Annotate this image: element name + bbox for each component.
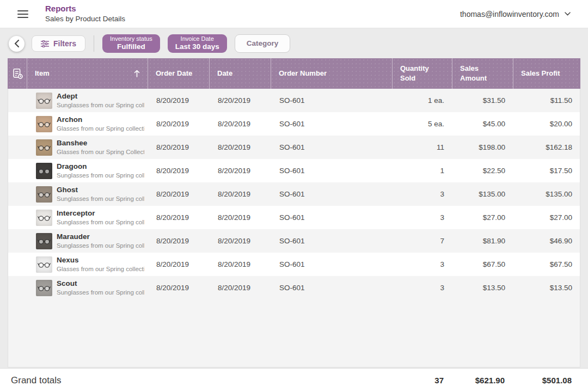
item-cell: Scout Sunglasses from our Spring coll... xyxy=(28,276,149,299)
column-header-label: Order Number xyxy=(279,69,327,78)
product-thumbnail xyxy=(36,280,52,296)
item-text: Nexus Glasses from our Spring collecti..… xyxy=(57,255,144,273)
toolbar-divider xyxy=(94,35,94,52)
glasses-icon xyxy=(38,121,51,127)
item-cell: Interceptor Sunglasses from our Spring c… xyxy=(28,206,149,229)
sales-amount-cell: $27.00 xyxy=(453,206,514,229)
filter-chip-category[interactable]: Category xyxy=(235,34,291,53)
item-name: Adept xyxy=(57,91,144,101)
item-text: Adept Sunglasses from our Spring coll... xyxy=(57,91,144,109)
table-row[interactable]: Dragoon Sunglasses from our Spring coll.… xyxy=(8,159,580,182)
table-row[interactable]: Marauder Sunglasses from our Spring coll… xyxy=(8,229,580,253)
row-leading-cell xyxy=(8,159,28,182)
account-menu-button[interactable]: thomas@inflowinventory.com xyxy=(460,10,571,19)
row-leading-cell xyxy=(8,229,28,253)
item-name: Scout xyxy=(57,279,144,289)
sales-profit-cell: $46.90 xyxy=(514,229,581,253)
item-name: Marauder xyxy=(57,232,144,242)
chip-field-label: Category xyxy=(247,39,279,48)
item-description: Sunglasses from our Spring coll... xyxy=(57,101,144,109)
filter-chip-invoice-date[interactable]: Invoice Date Last 30 days xyxy=(168,34,227,53)
item-description: Glasses from our Spring collecti... xyxy=(57,265,144,273)
sales-profit-cell: $162.18 xyxy=(514,136,581,159)
order-number-cell: SO-601 xyxy=(272,112,393,136)
item-cell: Adept Sunglasses from our Spring coll... xyxy=(28,89,149,112)
item-description: Glasses from our Spring collecti... xyxy=(57,125,144,133)
date-cell: 8/20/2019 xyxy=(210,253,272,276)
sales-profit-cell: $27.00 xyxy=(514,206,581,229)
table-options-header[interactable] xyxy=(8,58,27,89)
date-cell: 8/20/2019 xyxy=(210,276,272,299)
glasses-icon xyxy=(38,215,51,221)
date-cell: 8/20/2019 xyxy=(210,229,272,253)
table-row[interactable]: Archon Glasses from our Spring collecti.… xyxy=(8,112,580,136)
order-number-cell: SO-601 xyxy=(272,89,393,112)
column-header-date[interactable]: Date xyxy=(210,58,271,89)
product-thumbnail xyxy=(36,139,52,156)
quantity-sold-cell: 7 xyxy=(393,229,453,253)
item-name: Interceptor xyxy=(57,209,144,218)
row-leading-cell xyxy=(8,276,28,299)
item-name: Ghost xyxy=(57,185,144,195)
item-cell: Ghost Sunglasses from our Spring coll... xyxy=(28,182,149,206)
sales-profit-cell: $17.50 xyxy=(514,159,581,182)
column-header-sales-profit[interactable]: Sales Profit xyxy=(513,58,580,89)
sales-amount-cell: $13.50 xyxy=(453,276,514,299)
column-header-item[interactable]: Item xyxy=(27,58,148,89)
quantity-sold-cell: 1 ea. xyxy=(393,89,453,112)
order-date-cell: 8/20/2019 xyxy=(149,253,210,276)
filters-button[interactable]: Filters xyxy=(32,35,85,52)
grand-totals-label: Grand totals xyxy=(11,375,393,386)
order-date-cell: 8/20/2019 xyxy=(149,89,210,112)
column-header-quantity-sold[interactable]: Quantity Sold xyxy=(393,58,452,89)
page-title: Reports xyxy=(45,4,125,14)
order-number-cell: SO-601 xyxy=(272,159,393,182)
glasses-icon xyxy=(38,261,51,268)
grand-total-sales-profit: $501.08 xyxy=(513,376,580,385)
sales-amount-cell: $135.00 xyxy=(453,182,514,206)
back-button[interactable] xyxy=(9,36,24,52)
chip-field-label: Invoice Date xyxy=(181,35,214,43)
grand-total-quantity-sold: 37 xyxy=(393,376,452,385)
row-leading-cell xyxy=(8,253,28,276)
filter-toolbar: Filters Inventory status Fulfilled Invoi… xyxy=(0,28,588,59)
row-leading-cell xyxy=(8,182,28,206)
account-email: thomas@inflowinventory.com xyxy=(460,10,559,19)
order-date-cell: 8/20/2019 xyxy=(149,136,210,159)
product-thumbnail xyxy=(36,116,52,132)
order-date-cell: 8/20/2019 xyxy=(149,182,210,206)
order-date-cell: 8/20/2019 xyxy=(149,112,210,136)
filter-chip-inventory-status[interactable]: Inventory status Fulfilled xyxy=(102,34,160,53)
column-header-order-number[interactable]: Order Number xyxy=(271,58,393,89)
column-header-label: Date xyxy=(217,69,232,78)
date-cell: 8/20/2019 xyxy=(210,112,272,136)
row-leading-cell xyxy=(8,112,28,136)
column-header-order-date[interactable]: Order Date xyxy=(148,58,210,89)
item-cell: Nexus Glasses from our Spring collecti..… xyxy=(28,253,149,276)
quantity-sold-cell: 3 xyxy=(393,253,453,276)
sales-amount-cell: $45.00 xyxy=(453,112,514,136)
column-header-label: Sales Amount xyxy=(460,64,505,83)
table-row[interactable]: Banshee Glasses from our Spring Collect.… xyxy=(8,136,580,159)
menu-button[interactable] xyxy=(16,8,29,21)
product-thumbnail xyxy=(36,186,52,203)
grand-totals-row: Grand totals 37 $621.90 $501.08 xyxy=(0,368,588,392)
table-row[interactable]: Interceptor Sunglasses from our Spring c… xyxy=(8,206,580,229)
quantity-sold-cell: 5 ea. xyxy=(393,112,453,136)
table-row[interactable]: Ghost Sunglasses from our Spring coll...… xyxy=(8,182,580,206)
item-text: Interceptor Sunglasses from our Spring c… xyxy=(57,209,144,226)
product-thumbnail xyxy=(36,163,52,179)
table-row[interactable]: Scout Sunglasses from our Spring coll...… xyxy=(8,276,580,299)
table-row[interactable]: Adept Sunglasses from our Spring coll...… xyxy=(8,89,580,112)
sales-amount-cell: $31.50 xyxy=(453,89,514,112)
table-row[interactable]: Nexus Glasses from our Spring collecti..… xyxy=(8,253,580,276)
column-header-label: Quantity Sold xyxy=(400,64,444,83)
order-date-cell: 8/20/2019 xyxy=(149,229,210,253)
column-header-sales-amount[interactable]: Sales Amount xyxy=(452,58,513,89)
product-thumbnail xyxy=(36,233,52,249)
glasses-icon xyxy=(38,285,51,291)
sales-amount-cell: $22.50 xyxy=(453,159,514,182)
top-bar: Reports Sales by Product Details thomas@… xyxy=(0,0,588,28)
item-text: Dragoon Sunglasses from our Spring coll.… xyxy=(57,162,144,179)
item-cell: Marauder Sunglasses from our Spring coll… xyxy=(28,229,149,253)
